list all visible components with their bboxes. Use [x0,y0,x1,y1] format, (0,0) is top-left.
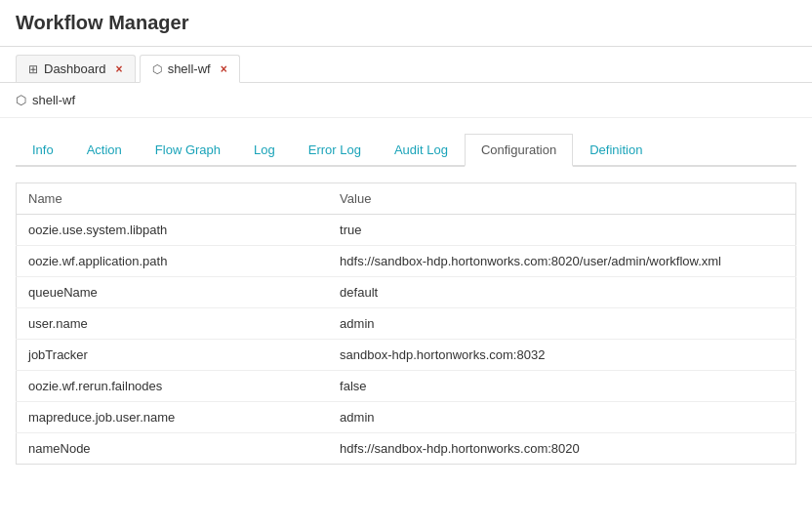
table-row: oozie.wf.rerun.failnodesfalse [17,371,796,402]
config-name-cell: oozie.wf.application.path [17,246,329,277]
tab-close-dashboard[interactable]: × [116,62,123,76]
nav-tab-info[interactable]: Info [16,134,70,165]
config-name-cell: user.name [17,308,329,340]
column-name-header: Name [17,183,329,215]
nav-tabs: InfoActionFlow GraphLogError LogAudit Lo… [16,134,796,167]
config-name-cell: oozie.use.system.libpath [17,215,329,246]
tab-icon-shell-wf: ⬡ [152,62,162,76]
top-tab-shell-wf[interactable]: ⬡shell-wf× [140,55,240,83]
content-area: InfoActionFlow GraphLogError LogAudit Lo… [0,118,812,480]
top-tab-label-shell-wf: shell-wf [168,61,211,76]
table-row: nameNodehdfs://sandbox-hdp.hortonworks.c… [17,433,796,465]
nav-tab-flow-graph[interactable]: Flow Graph [139,134,237,165]
nav-tab-error-log[interactable]: Error Log [292,134,378,165]
breadcrumb-bar: ⬡ shell-wf [0,83,812,118]
config-value-cell: sandbox-hdp.hortonworks.com:8032 [328,340,795,371]
config-value-cell: false [328,371,795,402]
table-body: oozie.use.system.libpathtrueoozie.wf.app… [17,215,796,465]
config-table: Name Value oozie.use.system.libpathtrueo… [16,183,796,465]
nav-tab-audit-log[interactable]: Audit Log [378,134,465,165]
config-value-cell: admin [328,402,795,433]
nav-tab-definition[interactable]: Definition [573,134,659,165]
top-tab-dashboard[interactable]: ⊞Dashboard× [16,55,136,82]
nav-tab-log[interactable]: Log [237,134,292,165]
config-value-cell: admin [328,308,795,340]
column-value-header: Value [328,183,795,215]
app-title: Workflow Manager [16,12,188,33]
table-row: mapreduce.job.user.nameadmin [17,402,796,433]
nav-tab-configuration[interactable]: Configuration [465,134,573,167]
config-value-cell: default [328,277,795,308]
top-tab-label-dashboard: Dashboard [44,61,106,76]
table-row: user.nameadmin [17,308,796,340]
table-row: queueNamedefault [17,277,796,308]
config-name-cell: jobTracker [17,340,329,371]
table-row: oozie.wf.application.pathhdfs://sandbox-… [17,246,796,277]
app-header: Workflow Manager [0,0,812,47]
config-name-cell: mapreduce.job.user.name [17,402,329,433]
nav-tab-action[interactable]: Action [70,134,139,165]
top-tabs-bar: ⊞Dashboard×⬡shell-wf× [0,47,812,83]
config-name-cell: nameNode [17,433,329,465]
tab-close-shell-wf[interactable]: × [221,62,227,76]
config-name-cell: queueName [17,277,329,308]
tab-icon-dashboard: ⊞ [28,62,38,76]
table-row: oozie.use.system.libpathtrue [17,215,796,246]
config-value-cell: hdfs://sandbox-hdp.hortonworks.com:8020/… [328,246,795,277]
table-row: jobTrackersandbox-hdp.hortonworks.com:80… [17,340,796,371]
config-value-cell: hdfs://sandbox-hdp.hortonworks.com:8020 [328,433,795,465]
config-name-cell: oozie.wf.rerun.failnodes [17,371,329,402]
config-value-cell: true [328,215,795,246]
breadcrumb-icon: ⬡ [16,93,26,107]
breadcrumb-label: shell-wf [32,93,75,107]
